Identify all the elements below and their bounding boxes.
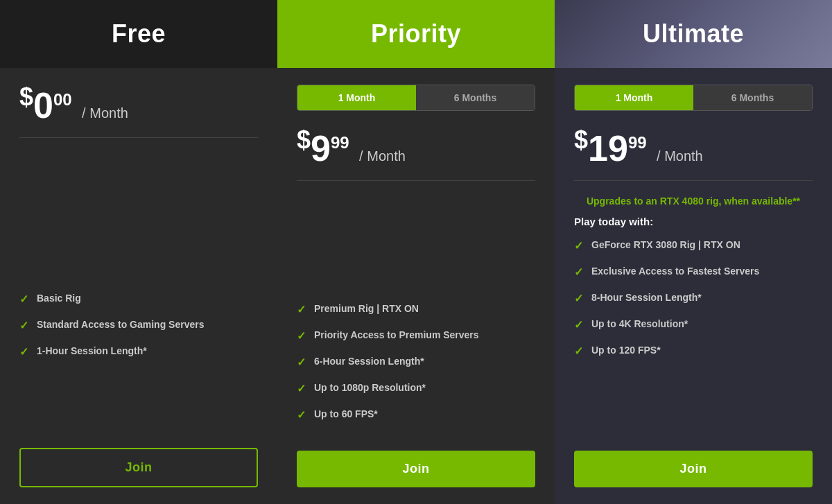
free-price-whole: 0 bbox=[33, 85, 53, 125]
free-features-list: ✓ Basic Rig ✓ Standard Access to Gaming … bbox=[19, 292, 258, 431]
ultimate-upgrade-note: Upgrades to an RTX 4080 rig, when availa… bbox=[574, 195, 813, 209]
ultimate-plan-title: Ultimate bbox=[569, 19, 818, 49]
check-icon: ✓ bbox=[297, 356, 306, 369]
plan-ultimate: Ultimate 1 Month 6 Months $1999 / Month … bbox=[555, 0, 832, 504]
list-item: ✓ Exclusive Access to Fastest Servers bbox=[574, 265, 813, 279]
free-feature-3: 1-Hour Session Length* bbox=[37, 345, 147, 357]
pricing-container: Free $000 / Month ✓ Basic Rig ✓ Standard… bbox=[0, 0, 832, 504]
list-item: ✓ Up to 120 FPS* bbox=[574, 344, 813, 358]
check-icon: ✓ bbox=[297, 382, 306, 395]
free-price-display: $000 / Month bbox=[19, 85, 258, 123]
ultimate-feature-5: Up to 120 FPS* bbox=[591, 344, 661, 356]
check-icon: ✓ bbox=[19, 293, 28, 306]
check-icon: ✓ bbox=[297, 329, 306, 342]
ultimate-billing-toggle: 1 Month 6 Months bbox=[574, 85, 813, 111]
list-item: ✓ 8-Hour Session Length* bbox=[574, 291, 813, 305]
priority-currency: $ bbox=[297, 125, 311, 154]
list-item: ✓ Premium Rig | RTX ON bbox=[297, 302, 535, 316]
plan-free: Free $000 / Month ✓ Basic Rig ✓ Standard… bbox=[0, 0, 277, 504]
check-icon: ✓ bbox=[574, 239, 583, 252]
priority-plan-title: Priority bbox=[291, 19, 541, 49]
priority-feature-5: Up to 60 FPS* bbox=[314, 408, 378, 420]
priority-1month-toggle[interactable]: 1 Month bbox=[297, 85, 416, 110]
list-item: ✓ Basic Rig bbox=[19, 292, 258, 306]
ultimate-1month-toggle[interactable]: 1 Month bbox=[575, 85, 693, 110]
check-icon: ✓ bbox=[574, 266, 583, 279]
ultimate-feature-2: Exclusive Access to Fastest Servers bbox=[591, 265, 759, 277]
ultimate-play-today: Play today with: bbox=[574, 216, 813, 227]
free-plan-header: Free bbox=[0, 0, 277, 68]
list-item: ✓ Up to 60 FPS* bbox=[297, 408, 535, 422]
free-spacer bbox=[19, 152, 258, 291]
ultimate-plan-body: 1 Month 6 Months $1999 / Month Upgrades … bbox=[555, 68, 832, 504]
ultimate-price-section: $1999 / Month bbox=[574, 128, 813, 181]
priority-plan-header: Priority bbox=[277, 0, 555, 68]
check-icon: ✓ bbox=[574, 292, 583, 305]
list-item: ✓ Up to 4K Resolution* bbox=[574, 318, 813, 331]
list-item: ✓ Priority Access to Premium Servers bbox=[297, 329, 535, 342]
list-item: ✓ GeForce RTX 3080 Rig | RTX ON bbox=[574, 238, 813, 252]
priority-price-period: / Month bbox=[359, 148, 406, 164]
free-plan-title: Free bbox=[14, 19, 263, 49]
check-icon: ✓ bbox=[19, 319, 28, 332]
check-icon: ✓ bbox=[297, 303, 306, 316]
ultimate-price-whole: 19 bbox=[588, 128, 628, 168]
check-icon: ✓ bbox=[574, 345, 583, 358]
check-icon: ✓ bbox=[297, 408, 306, 422]
priority-spacer bbox=[297, 195, 535, 302]
ultimate-price-cents: 99 bbox=[628, 133, 647, 152]
list-item: ✓ 1-Hour Session Length* bbox=[19, 345, 258, 358]
ultimate-features-list: ✓ GeForce RTX 3080 Rig | RTX ON ✓ Exclus… bbox=[574, 238, 813, 434]
plan-priority: Priority 1 Month 6 Months $999 / Month ✓… bbox=[277, 0, 555, 504]
priority-features-list: ✓ Premium Rig | RTX ON ✓ Priority Access… bbox=[297, 302, 535, 434]
priority-price-cents: 99 bbox=[331, 133, 349, 152]
free-price-section: $000 / Month bbox=[19, 85, 258, 138]
priority-join-button[interactable]: Join bbox=[297, 451, 535, 487]
priority-price-section: $999 / Month bbox=[297, 128, 535, 181]
ultimate-price-display: $1999 / Month bbox=[574, 128, 813, 166]
ultimate-6months-toggle[interactable]: 6 Months bbox=[693, 85, 812, 110]
priority-price-display: $999 / Month bbox=[297, 128, 535, 166]
check-icon: ✓ bbox=[574, 318, 583, 331]
priority-billing-toggle: 1 Month 6 Months bbox=[297, 85, 535, 111]
ultimate-join-button[interactable]: Join bbox=[574, 451, 813, 487]
free-currency: $ bbox=[19, 82, 33, 111]
free-plan-body: $000 / Month ✓ Basic Rig ✓ Standard Acce… bbox=[0, 68, 277, 504]
free-price-cents: 00 bbox=[53, 90, 72, 109]
priority-feature-1: Premium Rig | RTX ON bbox=[314, 302, 419, 315]
ultimate-currency: $ bbox=[574, 125, 588, 154]
free-price-period: / Month bbox=[82, 105, 128, 121]
list-item: ✓ 6-Hour Session Length* bbox=[297, 355, 535, 369]
list-item: ✓ Standard Access to Gaming Servers bbox=[19, 318, 258, 332]
ultimate-feature-3: 8-Hour Session Length* bbox=[591, 291, 702, 304]
check-icon: ✓ bbox=[19, 345, 28, 358]
free-join-button[interactable]: Join bbox=[19, 448, 258, 487]
priority-plan-body: 1 Month 6 Months $999 / Month ✓ Premium … bbox=[277, 68, 555, 504]
priority-6months-toggle[interactable]: 6 Months bbox=[416, 85, 535, 110]
priority-feature-3: 6-Hour Session Length* bbox=[314, 355, 424, 367]
priority-feature-4: Up to 1080p Resolution* bbox=[314, 381, 426, 394]
free-feature-2: Standard Access to Gaming Servers bbox=[37, 318, 204, 331]
ultimate-plan-header: Ultimate bbox=[555, 0, 832, 68]
ultimate-feature-1: GeForce RTX 3080 Rig | RTX ON bbox=[591, 238, 740, 251]
ultimate-price-period: / Month bbox=[657, 148, 703, 164]
list-item: ✓ Up to 1080p Resolution* bbox=[297, 381, 535, 395]
priority-feature-2: Priority Access to Premium Servers bbox=[314, 329, 479, 341]
ultimate-feature-4: Up to 4K Resolution* bbox=[591, 318, 688, 330]
priority-price-whole: 9 bbox=[311, 128, 331, 168]
free-feature-1: Basic Rig bbox=[37, 292, 81, 304]
